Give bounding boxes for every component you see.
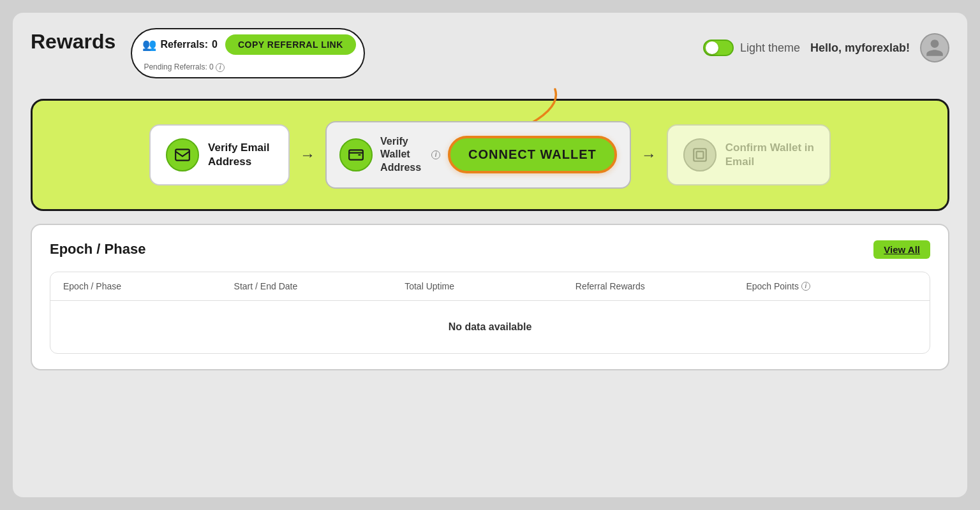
referral-count: 👥 Referrals: 0 (142, 38, 218, 52)
theme-label: Light theme (740, 41, 800, 55)
epoch-title: Epoch / Phase (50, 241, 145, 258)
page-title: Rewards (31, 31, 115, 53)
table-container: Epoch / Phase Start / End Date Total Upt… (50, 272, 930, 354)
avatar-icon (924, 38, 945, 58)
pending-referrals: Pending Referrals: 0 i (142, 62, 225, 72)
epoch-card: Epoch / Phase View All Epoch / Phase Sta… (31, 224, 949, 370)
confirm-icon (692, 147, 708, 163)
view-all-button[interactable]: View All (873, 240, 930, 259)
col-start-end-date: Start / End Date (234, 281, 405, 291)
referral-icon: 👥 (142, 38, 156, 52)
header: Rewards 👥 Referrals: 0 COPY REFERRAL LIN… (31, 28, 949, 78)
svg-rect-4 (696, 151, 703, 158)
wallet-icon (348, 147, 364, 163)
epoch-points-info-icon[interactable]: i (801, 282, 810, 291)
epoch-header: Epoch / Phase View All (50, 240, 930, 259)
arrow-1: → (300, 146, 315, 164)
col-epoch-points: Epoch Points i (746, 281, 917, 291)
steps-card: Verify EmailAddress → VerifyWalletAddres… (31, 99, 949, 211)
arrow-2: → (641, 146, 657, 164)
avatar (920, 33, 949, 62)
step-confirm-wallet: Confirm Wallet inEmail (667, 124, 831, 186)
svg-rect-1 (175, 149, 189, 160)
table-body: No data available (50, 301, 930, 353)
email-icon (174, 147, 191, 163)
header-right: Light theme Hello, myforexlab! (703, 33, 949, 62)
steps-row: Verify EmailAddress → VerifyWalletAddres… (56, 121, 924, 189)
toggle-knob (706, 41, 718, 54)
page-container: Rewards 👥 Referrals: 0 COPY REFERRAL LIN… (13, 13, 967, 497)
step2-label: VerifyWalletAddress (380, 135, 421, 175)
col-total-uptime: Total Uptime (405, 281, 575, 291)
user-greeting: Hello, myforexlab! (810, 41, 910, 55)
referral-label: Referrals: (160, 39, 208, 50)
col-referral-rewards: Referral Rewards (575, 281, 746, 291)
connect-wallet-button[interactable]: CONNECT WALLET (448, 136, 617, 173)
table-header: Epoch / Phase Start / End Date Total Upt… (50, 272, 930, 301)
wallet-icon-circle (339, 138, 373, 171)
referral-number: 0 (212, 39, 218, 50)
copy-referral-link-button[interactable]: COPY REFERRAL LINK (225, 34, 356, 55)
pending-info-icon[interactable]: i (216, 63, 225, 72)
step-verify-wallet: VerifyWalletAddress i CONNECT WALLET (325, 121, 631, 189)
step3-label: Confirm Wallet inEmail (725, 141, 814, 169)
step-verify-email: Verify EmailAddress (149, 124, 290, 186)
theme-toggle-switch[interactable] (703, 40, 734, 56)
wallet-info-icon[interactable]: i (431, 150, 440, 159)
referral-widget: 👥 Referrals: 0 COPY REFERRAL LINK Pendin… (131, 28, 364, 78)
confirm-icon-circle (683, 138, 716, 171)
svg-rect-3 (694, 149, 706, 161)
email-icon-circle (166, 138, 199, 171)
theme-toggle: Light theme (703, 40, 800, 56)
step1-label: Verify EmailAddress (208, 141, 269, 169)
no-data-message: No data available (449, 321, 532, 332)
col-epoch-phase: Epoch / Phase (63, 281, 234, 291)
